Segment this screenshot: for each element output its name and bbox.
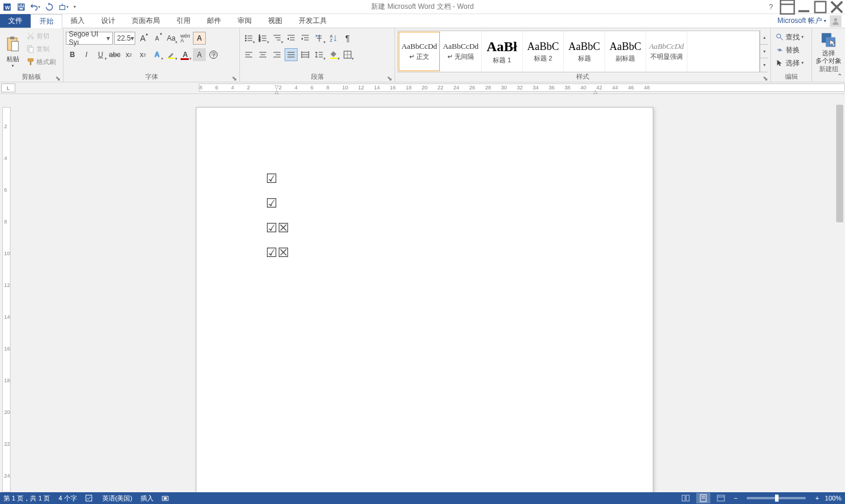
- style-item-4[interactable]: AaBbC标题: [564, 31, 605, 72]
- status-words[interactable]: 4 个字: [58, 494, 76, 503]
- document-line[interactable]: ☑: [266, 191, 583, 216]
- align-justify-icon[interactable]: [285, 48, 298, 61]
- select-button[interactable]: 选择 ▾: [773, 56, 806, 69]
- word-app-icon[interactable]: W: [0, 0, 14, 14]
- tab-view[interactable]: 视图: [260, 14, 290, 28]
- align-left-icon[interactable]: [242, 48, 255, 61]
- find-button[interactable]: 查找 ▾: [773, 31, 806, 44]
- close-icon[interactable]: [829, 0, 845, 14]
- clipboard-dialog-launcher-icon[interactable]: ⬊: [55, 75, 61, 81]
- shading-icon[interactable]: ▾: [327, 48, 340, 61]
- paragraph-dialog-launcher-icon[interactable]: ⬊: [386, 75, 392, 81]
- gallery-down-icon[interactable]: ▾: [760, 45, 768, 59]
- style-item-3[interactable]: AaBbC标题 2: [523, 31, 564, 72]
- style-item-0[interactable]: AaBbCcDd↵ 正文: [399, 32, 440, 71]
- align-right-icon[interactable]: [270, 48, 283, 61]
- line-spacing-icon[interactable]: ▾: [313, 48, 326, 61]
- style-item-2[interactable]: AaBł标题 1: [482, 31, 523, 72]
- numbering-icon[interactable]: 123▾: [256, 32, 269, 45]
- font-dialog-launcher-icon[interactable]: ⬊: [231, 75, 237, 81]
- status-language[interactable]: 英语(美国): [102, 494, 132, 503]
- zoom-level[interactable]: 100%: [825, 495, 841, 502]
- vertical-scrollbar[interactable]: [834, 94, 845, 492]
- bullets-icon[interactable]: ▾: [242, 32, 255, 45]
- gallery-more-icon[interactable]: ▾: [760, 58, 768, 72]
- borders-icon[interactable]: ▾: [341, 48, 354, 61]
- subscript-icon[interactable]: x2: [122, 48, 135, 61]
- tab-selector-icon[interactable]: L: [1, 84, 15, 92]
- gallery-up-icon[interactable]: ▴: [760, 31, 768, 45]
- account-area[interactable]: Microsoft 帐户 ▾: [777, 14, 845, 28]
- text-effects-icon[interactable]: A▾: [151, 48, 163, 61]
- document-line[interactable]: ☑☒: [266, 216, 583, 241]
- document-page[interactable]: ☑☑☑☒☑☒: [196, 107, 653, 492]
- asian-layout-icon[interactable]: ▾: [313, 32, 326, 45]
- zoom-out-icon[interactable]: −: [732, 495, 740, 502]
- ribbon-display-icon[interactable]: [779, 0, 796, 14]
- document-line[interactable]: ☑☒: [266, 241, 583, 265]
- tab-review[interactable]: 审阅: [229, 14, 260, 28]
- increase-indent-icon[interactable]: [299, 32, 312, 45]
- replace-button[interactable]: 替换: [773, 44, 802, 56]
- tab-layout[interactable]: 页面布局: [123, 14, 168, 28]
- tab-design[interactable]: 设计: [93, 14, 123, 28]
- distributed-icon[interactable]: [299, 48, 312, 61]
- grow-font-icon[interactable]: A▴: [136, 32, 149, 45]
- minimize-icon[interactable]: [796, 0, 812, 14]
- save-icon[interactable]: [14, 0, 28, 14]
- tab-mailings[interactable]: 邮件: [199, 14, 229, 28]
- underline-icon[interactable]: U▾: [94, 48, 107, 61]
- strikethrough-icon[interactable]: abc: [108, 48, 121, 61]
- status-proofing-icon[interactable]: [85, 495, 94, 502]
- qat-customize-icon[interactable]: ▾: [71, 0, 79, 14]
- tab-insert[interactable]: 插入: [62, 14, 93, 28]
- style-item-1[interactable]: AaBbCcDd↵ 无间隔: [440, 31, 482, 72]
- character-shading-icon[interactable]: A: [193, 48, 206, 61]
- status-page[interactable]: 第 1 页，共 1 页: [4, 494, 50, 503]
- collapse-ribbon-icon[interactable]: ⌃: [837, 72, 843, 81]
- phonetic-guide-icon[interactable]: wénA: [179, 32, 192, 45]
- enclose-characters-icon[interactable]: 字: [207, 48, 220, 61]
- styles-dialog-launcher-icon[interactable]: ⬊: [762, 75, 768, 81]
- cut-button[interactable]: 剪切: [25, 29, 58, 42]
- sort-icon[interactable]: AZ: [327, 32, 340, 45]
- character-border-icon[interactable]: A: [193, 32, 206, 45]
- style-item-6[interactable]: AaBbCcDd不明显强调: [646, 31, 687, 72]
- style-item-5[interactable]: AaBbC副标题: [605, 31, 646, 72]
- select-multiple-objects-button[interactable]: 选择 多个对象: [814, 29, 843, 65]
- zoom-in-icon[interactable]: +: [813, 495, 821, 502]
- zoom-slider[interactable]: [747, 497, 806, 499]
- tab-developer[interactable]: 开发工具: [290, 14, 335, 28]
- shrink-font-icon[interactable]: A▾: [151, 32, 163, 45]
- decrease-indent-icon[interactable]: [285, 32, 298, 45]
- undo-icon[interactable]: ▾: [28, 0, 42, 14]
- tab-home[interactable]: 开始: [31, 14, 62, 28]
- view-print-layout-icon[interactable]: [696, 493, 710, 503]
- page-scroll-area[interactable]: ☑☑☑☒☑☒: [14, 94, 834, 492]
- change-case-icon[interactable]: Aa▾: [165, 32, 178, 45]
- font-name-combo[interactable]: Segoe UI Syı▾: [66, 32, 113, 45]
- help-icon[interactable]: ?: [763, 0, 779, 14]
- touch-mode-icon[interactable]: ▾: [56, 0, 71, 14]
- font-size-combo[interactable]: 22.5▾: [114, 32, 135, 45]
- bold-icon[interactable]: B: [66, 48, 79, 61]
- status-macro-icon[interactable]: [162, 495, 171, 502]
- font-color-icon[interactable]: A▾: [179, 48, 192, 61]
- paste-button[interactable]: 粘贴 ▾: [2, 29, 24, 72]
- horizontal-ruler[interactable]: ▽ △ △ 8642246810121416182022242628303234…: [16, 82, 845, 94]
- tab-references[interactable]: 引用: [168, 14, 199, 28]
- maximize-icon[interactable]: [812, 0, 829, 14]
- multilevel-list-icon[interactable]: ▾: [270, 32, 283, 45]
- view-read-mode-icon[interactable]: [679, 493, 693, 503]
- vertical-ruler[interactable]: 2468101214161820222426: [0, 94, 14, 492]
- status-insert-mode[interactable]: 插入: [141, 494, 153, 503]
- view-web-layout-icon[interactable]: [714, 493, 728, 503]
- redo-icon[interactable]: [42, 0, 56, 14]
- highlight-icon[interactable]: ▾: [165, 48, 178, 61]
- italic-icon[interactable]: I: [80, 48, 93, 61]
- tab-file[interactable]: 文件: [0, 14, 31, 28]
- format-painter-button[interactable]: 格式刷: [25, 55, 58, 68]
- superscript-icon[interactable]: x2: [136, 48, 149, 61]
- document-line[interactable]: ☑: [266, 166, 583, 191]
- align-center-icon[interactable]: [256, 48, 269, 61]
